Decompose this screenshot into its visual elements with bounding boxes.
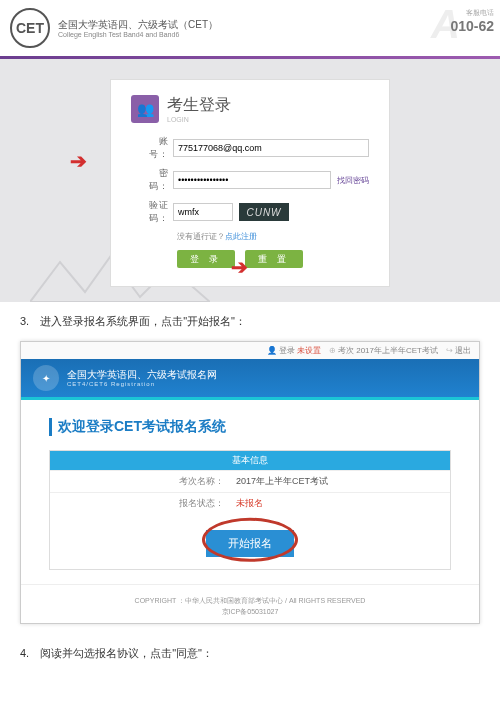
welcome-heading: 欢迎登录CET考试报名系统 bbox=[49, 418, 451, 436]
status-value: 未报名 bbox=[230, 493, 269, 514]
account-input[interactable] bbox=[173, 139, 369, 157]
account-label: 账 号： bbox=[131, 135, 173, 161]
hotline-label: 客服电话 bbox=[450, 8, 494, 18]
footer: COPYRIGHT ：中华人民共和国教育部考试中心 / All RIGHTS R… bbox=[21, 584, 479, 623]
info-box: 基本信息 考次名称： 2017年上半年CET考试 报名状态： 未报名 开始报名 bbox=[49, 450, 451, 570]
copyright-text: COPYRIGHT ：中华人民共和国教育部考试中心 / All RIGHTS R… bbox=[21, 595, 479, 606]
arrow-indicator-1: ➔ bbox=[70, 149, 87, 173]
logout-link[interactable]: ↪退出 bbox=[446, 345, 471, 356]
top-bar: 👤登录 未设置 ⊕考次 2017年上半年CET考试 ↪退出 bbox=[21, 342, 479, 359]
login-subtitle: LOGIN bbox=[167, 116, 231, 123]
header-title-en: College English Test Band4 and Band6 bbox=[58, 31, 218, 38]
exam-name-value: 2017年上半年CET考试 bbox=[230, 471, 334, 492]
status-label: 报名状态： bbox=[50, 493, 230, 514]
register-link[interactable]: 点此注册 bbox=[225, 232, 257, 241]
banner-title-en: CET4/CET6 Registration bbox=[67, 381, 217, 387]
login-button[interactable]: 登 录 bbox=[177, 250, 235, 268]
info-header: 基本信息 bbox=[50, 451, 450, 470]
forgot-password-link[interactable]: 找回密码 bbox=[337, 175, 369, 186]
login-section: ➔ 👥 考生登录 LOGIN 账 号： 密 码： 找回密码 验证码： bbox=[0, 59, 500, 302]
login-card: 👥 考生登录 LOGIN 账 号： 密 码： 找回密码 验证码： CUNW bbox=[110, 79, 390, 287]
topbar-login-label: 登录 bbox=[279, 346, 295, 355]
register-row: 没有通行证？点此注册 bbox=[177, 231, 369, 242]
start-registration-button[interactable]: 开始报名 bbox=[206, 530, 294, 557]
header-title-cn: 全国大学英语四、六级考试（CET） bbox=[58, 18, 218, 31]
step-3-text: 3. 进入登录报名系统界面，点击"开始报名"： bbox=[0, 302, 500, 341]
step-4-text: 4. 阅读并勾选报名协议，点击"同意"： bbox=[0, 634, 500, 673]
no-pass-text: 没有通行证？ bbox=[177, 232, 225, 241]
icp-text: 京ICP备05031027 bbox=[21, 606, 479, 617]
captcha-label: 验证码： bbox=[131, 199, 173, 225]
banner-logo-icon: ✦ bbox=[33, 365, 59, 391]
banner-title-cn: 全国大学英语四、六级考试报名网 bbox=[67, 369, 217, 381]
login-user-icon: 👥 bbox=[131, 95, 159, 123]
page-header: A CET 全国大学英语四、六级考试（CET） College English … bbox=[0, 0, 500, 56]
reset-button[interactable]: 重 置 bbox=[245, 250, 303, 268]
topbar-unset: 未设置 bbox=[297, 346, 321, 355]
password-input[interactable] bbox=[173, 171, 331, 189]
topbar-exam-label: 考次 bbox=[338, 346, 354, 355]
exam-icon: ⊕ bbox=[329, 346, 336, 355]
banner: ✦ 全国大学英语四、六级考试报名网 CET4/CET6 Registration bbox=[21, 359, 479, 397]
registration-section: 👤登录 未设置 ⊕考次 2017年上半年CET考试 ↪退出 ✦ 全国大学英语四、… bbox=[20, 341, 480, 624]
captcha-image[interactable]: CUNW bbox=[239, 203, 289, 221]
exam-name-label: 考次名称： bbox=[50, 471, 230, 492]
login-title: 考生登录 bbox=[167, 95, 231, 116]
captcha-input[interactable] bbox=[173, 203, 233, 221]
hotline-number: 010-62 bbox=[450, 18, 494, 34]
password-label: 密 码： bbox=[131, 167, 173, 193]
cet-logo: CET bbox=[10, 8, 50, 48]
user-icon: 👤 bbox=[267, 346, 277, 355]
arrow-indicator-2: ➔ bbox=[231, 255, 248, 279]
topbar-exam-value: 2017年上半年CET考试 bbox=[356, 346, 438, 355]
logout-icon: ↪ bbox=[446, 346, 453, 355]
